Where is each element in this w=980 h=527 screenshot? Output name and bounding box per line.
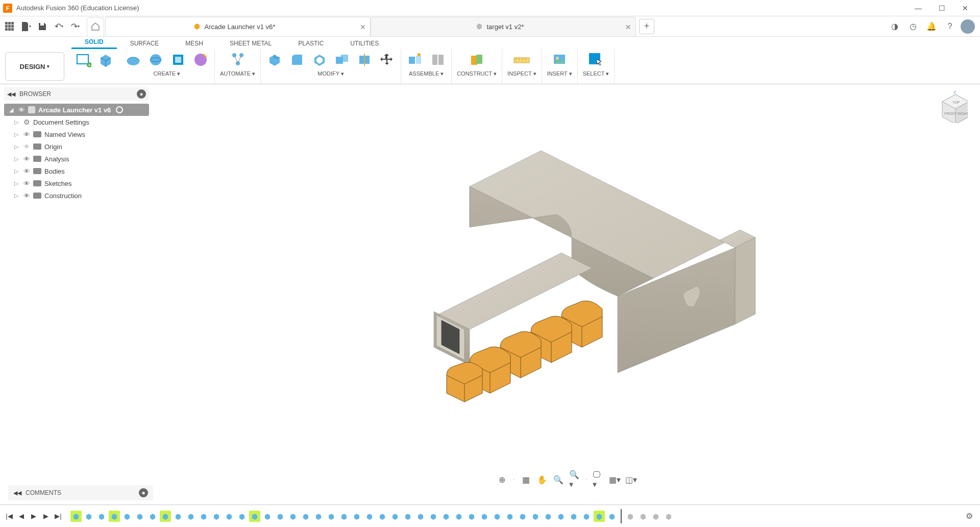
- box-icon[interactable]: [97, 51, 114, 68]
- job-status-icon[interactable]: ◷: [905, 19, 921, 34]
- press-pull-icon[interactable]: [266, 51, 283, 68]
- timeline-feature[interactable]: [121, 511, 133, 522]
- display-settings-icon[interactable]: 🖵▾: [593, 474, 604, 485]
- timeline-feature[interactable]: [581, 511, 592, 522]
- timeline-feature[interactable]: [625, 511, 636, 522]
- move-icon[interactable]: [378, 51, 396, 68]
- measure-icon[interactable]: [513, 51, 530, 68]
- ribbon-tab-mesh[interactable]: MESH: [172, 38, 216, 49]
- tree-item[interactable]: ▷👁Bodies: [4, 165, 149, 177]
- timeline-feature[interactable]: [300, 511, 311, 522]
- expand-icon[interactable]: ▷: [12, 179, 20, 187]
- revolve-icon[interactable]: [125, 51, 142, 68]
- timeline-feature[interactable]: [83, 511, 94, 522]
- ribbon-tab-solid[interactable]: SOLID: [71, 36, 117, 49]
- undo-icon[interactable]: ↶▾: [51, 19, 66, 34]
- timeline-feature[interactable]: [262, 511, 273, 522]
- tree-item[interactable]: ▷👁Sketches: [4, 177, 149, 189]
- timeline-feature[interactable]: [453, 511, 464, 522]
- expand-icon[interactable]: ▷: [12, 167, 20, 175]
- timeline-feature[interactable]: [555, 511, 567, 522]
- timeline-feature[interactable]: [173, 511, 184, 522]
- timeline-feature[interactable]: [236, 511, 248, 522]
- look-at-icon[interactable]: ▦: [520, 474, 531, 485]
- split-icon[interactable]: [356, 51, 373, 68]
- timeline-feature[interactable]: [185, 511, 197, 522]
- help-icon[interactable]: ?: [942, 19, 958, 34]
- tree-item[interactable]: ▷👁Construction: [4, 189, 149, 202]
- automate-icon[interactable]: [229, 51, 247, 68]
- comments-collapse-icon[interactable]: ◀◀: [13, 490, 21, 496]
- timeline-feature[interactable]: [96, 511, 107, 522]
- shell-icon[interactable]: [311, 51, 328, 68]
- timeline-feature[interactable]: [428, 511, 439, 522]
- new-tab-button[interactable]: +: [639, 19, 654, 34]
- user-avatar[interactable]: [961, 19, 975, 34]
- ribbon-tab-utilities[interactable]: UTILITIES: [337, 38, 392, 49]
- timeline-feature[interactable]: [224, 511, 235, 522]
- zoom-window-icon[interactable]: 🔍▾: [569, 474, 580, 485]
- insert-image-icon[interactable]: [551, 51, 568, 68]
- timeline-feature[interactable]: [160, 511, 171, 522]
- timeline-end-icon[interactable]: ▶|: [53, 511, 63, 521]
- timeline-feature[interactable]: [377, 511, 388, 522]
- timeline-feature[interactable]: [351, 511, 362, 522]
- timeline-start-icon[interactable]: |◀: [4, 511, 14, 521]
- fillet-icon[interactable]: [288, 51, 306, 68]
- sphere-icon[interactable]: [147, 51, 164, 68]
- timeline-feature[interactable]: [650, 511, 662, 522]
- timeline-feature[interactable]: [492, 511, 503, 522]
- timeline-play-icon[interactable]: ▶: [29, 511, 39, 521]
- construct-plane-icon[interactable]: [468, 51, 485, 68]
- close-button[interactable]: ✕: [953, 1, 977, 16]
- ribbon-tab-surface[interactable]: SURFACE: [117, 38, 173, 49]
- expand-icon[interactable]: ▷: [12, 142, 20, 151]
- timeline-feature[interactable]: [543, 511, 554, 522]
- expand-icon[interactable]: ▷: [12, 118, 20, 126]
- combine-icon[interactable]: [333, 51, 351, 68]
- rigid-group-icon[interactable]: [429, 51, 446, 68]
- form-icon[interactable]: [169, 51, 187, 68]
- timeline-step-fwd-icon[interactable]: ▶: [41, 511, 51, 521]
- tree-item[interactable]: ▷👁Origin: [4, 140, 149, 153]
- visibility-icon[interactable]: 👁: [23, 155, 30, 163]
- add-comment-icon[interactable]: ●: [139, 488, 148, 497]
- timeline-feature[interactable]: [389, 511, 401, 522]
- tree-item[interactable]: ▷👁Analysis: [4, 153, 149, 165]
- expand-icon[interactable]: ▷: [12, 191, 20, 200]
- expand-icon[interactable]: ▷: [12, 130, 20, 138]
- timeline-feature[interactable]: [466, 511, 477, 522]
- timeline-feature[interactable]: [568, 511, 579, 522]
- joint-icon[interactable]: [406, 51, 424, 68]
- new-file-icon[interactable]: ▾: [18, 19, 34, 34]
- sculpt-icon[interactable]: [192, 51, 209, 68]
- workspace-switcher[interactable]: DESIGN▾: [5, 52, 64, 81]
- app-menu-icon[interactable]: [2, 19, 17, 34]
- timeline-feature[interactable]: [594, 511, 605, 522]
- select-icon[interactable]: [587, 51, 604, 68]
- timeline-feature[interactable]: [147, 511, 158, 522]
- timeline-feature[interactable]: [504, 511, 516, 522]
- timeline-feature[interactable]: [211, 511, 222, 522]
- timeline-feature[interactable]: [364, 511, 375, 522]
- tree-root[interactable]: ◢ 👁 Arcade Launcher v1 v6: [4, 104, 149, 116]
- timeline-feature[interactable]: [530, 511, 541, 522]
- browser-collapse-icon[interactable]: ◀◀: [7, 91, 15, 98]
- timeline-feature[interactable]: [326, 511, 337, 522]
- document-tab-1[interactable]: target v1 v2* ✕: [371, 17, 636, 36]
- minimize-button[interactable]: —: [906, 1, 930, 16]
- timeline-feature[interactable]: [440, 511, 452, 522]
- document-tab-0[interactable]: Arcade Launcher v1 v6* ✕: [105, 17, 371, 36]
- timeline-feature[interactable]: [275, 511, 286, 522]
- grid-settings-icon[interactable]: ▦▾: [609, 474, 620, 485]
- visibility-icon[interactable]: 👁: [23, 180, 30, 187]
- timeline-feature[interactable]: [338, 511, 350, 522]
- activate-radio[interactable]: [116, 106, 123, 113]
- tree-item[interactable]: ▷⚙Document Settings: [4, 116, 149, 128]
- ribbon-tab-sheetmetal[interactable]: SHEET METAL: [216, 38, 285, 49]
- timeline-marker[interactable]: [621, 509, 622, 523]
- close-tab-icon[interactable]: ✕: [625, 23, 631, 31]
- notifications-icon[interactable]: 🔔: [924, 19, 939, 34]
- extensions-icon[interactable]: ◑: [887, 19, 902, 34]
- visibility-icon[interactable]: 👁: [23, 143, 30, 151]
